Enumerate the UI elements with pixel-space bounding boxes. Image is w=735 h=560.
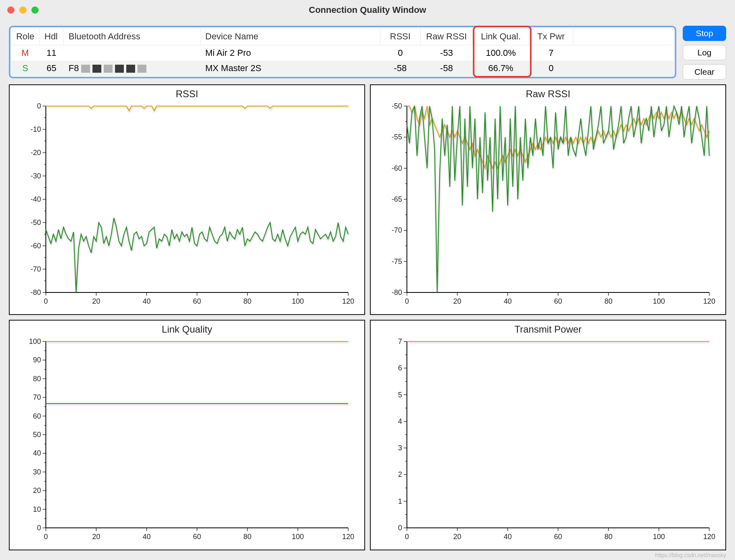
svg-text:120: 120 (342, 533, 354, 541)
col-rssi[interactable]: RSSI (380, 28, 421, 45)
cell-devname: Mi Air 2 Pro (200, 45, 380, 61)
svg-text:-75: -75 (392, 258, 402, 266)
svg-text:100: 100 (292, 297, 304, 305)
cell-linkqual: 100.0% (473, 45, 529, 61)
svg-text:40: 40 (143, 297, 151, 305)
svg-text:-70: -70 (31, 265, 41, 273)
svg-text:80: 80 (604, 297, 612, 305)
cell-txpwr: 0 (529, 61, 573, 76)
svg-text:-55: -55 (392, 133, 402, 141)
svg-text:-30: -30 (31, 172, 41, 180)
chart-title: Link Quality (18, 324, 356, 335)
svg-text:3: 3 (398, 444, 402, 452)
svg-text:80: 80 (604, 533, 612, 541)
close-icon[interactable] (7, 6, 14, 14)
svg-text:20: 20 (453, 533, 461, 541)
svg-text:100: 100 (29, 337, 41, 345)
svg-text:20: 20 (33, 486, 41, 495)
cell-linkqual: 66.7% (473, 61, 529, 76)
svg-text:5: 5 (398, 391, 402, 399)
svg-text:-40: -40 (31, 195, 41, 203)
svg-text:6: 6 (398, 364, 402, 372)
svg-text:80: 80 (33, 375, 41, 383)
svg-text:90: 90 (33, 356, 41, 364)
clear-button[interactable]: Clear (683, 64, 726, 80)
table-row[interactable]: M 11 Mi Air 2 Pro 0 -53 100.0% 7 (11, 45, 674, 61)
col-hdl[interactable]: Hdl (39, 28, 64, 45)
cell-btaddr (64, 45, 200, 61)
stop-button[interactable]: Stop (683, 26, 726, 41)
svg-text:4: 4 (398, 417, 402, 425)
cell-hdl: 11 (39, 45, 64, 61)
svg-text:0: 0 (44, 297, 48, 305)
chart-title: Raw RSSI (379, 88, 717, 100)
minimize-icon[interactable] (19, 6, 27, 14)
svg-text:20: 20 (92, 533, 100, 541)
svg-text:70: 70 (33, 393, 41, 401)
svg-text:40: 40 (33, 449, 41, 457)
col-linkqual[interactable]: Link Qual. (473, 28, 529, 45)
window-titlebar: Connection Quality Window (0, 0, 735, 20)
svg-text:1: 1 (398, 497, 402, 505)
col-btaddr[interactable]: Bluetooth Address (64, 28, 200, 45)
cell-rawrssi: -53 (421, 45, 473, 61)
cell-rawrssi: -58 (421, 61, 473, 76)
svg-text:0: 0 (405, 297, 409, 305)
svg-text:-50: -50 (31, 219, 41, 227)
cell-role: S (11, 61, 39, 76)
col-rawrssi[interactable]: Raw RSSI (421, 28, 473, 45)
svg-text:-60: -60 (31, 242, 41, 250)
svg-text:7: 7 (398, 337, 402, 345)
svg-text:30: 30 (33, 468, 41, 476)
svg-text:60: 60 (33, 412, 41, 420)
devices-table-container: Role Hdl Bluetooth Address Device Name R… (9, 26, 676, 78)
chart-tx-power: Transmit Power 01234567020406080100120 (370, 320, 726, 550)
col-role[interactable]: Role (11, 28, 39, 45)
svg-text:-10: -10 (31, 125, 41, 133)
svg-text:-80: -80 (31, 288, 41, 296)
svg-text:60: 60 (193, 533, 201, 541)
svg-text:2: 2 (398, 470, 402, 478)
col-txpwr[interactable]: Tx Pwr (529, 28, 573, 45)
svg-text:-80: -80 (392, 288, 402, 296)
svg-text:100: 100 (653, 297, 665, 305)
svg-text:80: 80 (243, 533, 251, 541)
chart-rssi: RSSI -80-70-60-50-40-30-20-1000204060801… (9, 84, 365, 315)
watermark: https://blog.csdn.net/maxsky (655, 552, 726, 558)
svg-text:0: 0 (44, 533, 48, 541)
svg-text:60: 60 (554, 297, 562, 305)
svg-text:40: 40 (504, 533, 512, 541)
chart-title: Transmit Power (379, 324, 717, 335)
svg-text:120: 120 (342, 297, 354, 305)
cell-role: M (11, 45, 39, 61)
svg-text:80: 80 (243, 297, 251, 305)
svg-text:100: 100 (292, 533, 304, 541)
svg-text:-65: -65 (392, 195, 402, 203)
svg-text:0: 0 (398, 524, 402, 532)
svg-text:0: 0 (37, 102, 41, 110)
svg-text:50: 50 (33, 431, 41, 439)
svg-text:-60: -60 (392, 164, 402, 172)
zoom-icon[interactable] (31, 6, 39, 14)
col-devname[interactable]: Device Name (200, 28, 380, 45)
table-row[interactable]: S 65 F8 MX Master 2S -58 -58 66.7% 0 (11, 61, 674, 76)
cell-hdl: 65 (39, 61, 64, 76)
svg-text:60: 60 (554, 533, 562, 541)
chart-title: RSSI (18, 88, 356, 100)
svg-text:0: 0 (405, 533, 409, 541)
svg-text:100: 100 (653, 533, 665, 541)
svg-text:-20: -20 (31, 149, 41, 157)
cell-rssi: 0 (380, 45, 421, 61)
window-title: Connection Quality Window (0, 5, 735, 15)
chart-link-quality: Link Quality 010203040506070809010002040… (9, 320, 365, 550)
cell-rssi: -58 (380, 61, 421, 76)
cell-btaddr: F8 (64, 61, 200, 76)
cell-devname: MX Master 2S (200, 61, 380, 76)
svg-text:20: 20 (453, 297, 461, 305)
svg-text:40: 40 (504, 297, 512, 305)
chart-raw-rssi: Raw RSSI -80-75-70-65-60-55-500204060801… (370, 84, 726, 315)
log-button[interactable]: Log (683, 45, 726, 60)
svg-text:20: 20 (92, 297, 100, 305)
svg-text:-50: -50 (392, 102, 402, 110)
svg-text:40: 40 (143, 533, 151, 541)
